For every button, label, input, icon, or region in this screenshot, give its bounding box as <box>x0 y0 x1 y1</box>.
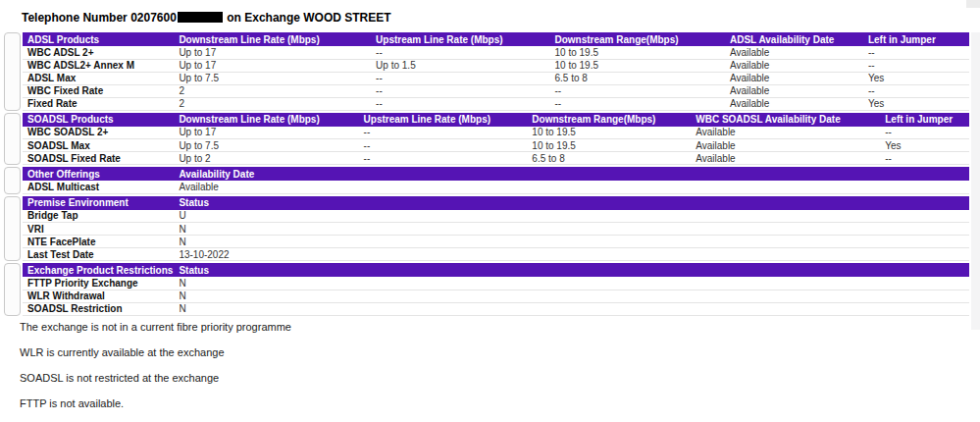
row-value-cell: Yes <box>880 139 969 152</box>
table-row: ADSL MaxUp to 7.5--6.5 to 8AvailableYes <box>23 72 969 84</box>
section-exchange-product-restrictions: Exchange Product RestrictionsStatusFTTP … <box>4 263 969 316</box>
column-header: Downstream Range(Mbps) <box>549 32 725 46</box>
column-header: Upstream Line Rate (Mbps) <box>359 113 528 127</box>
row-value-cell: Available <box>725 59 863 72</box>
adsl-products-table: ADSL ProductsDownstream Line Rate (Mbps)… <box>23 32 969 111</box>
row-value-cell: -- <box>359 139 528 152</box>
row-value-cell: 13-10-2022 <box>174 248 969 261</box>
section-edge-tab <box>4 32 21 111</box>
note-fibre-priority: The exchange is not in a current fibre p… <box>20 321 969 333</box>
column-header: Status <box>174 196 969 210</box>
column-header: Upstream Line Rate (Mbps) <box>371 32 549 46</box>
row-value-cell: Up to 17 <box>174 127 358 139</box>
column-header: Left in Jumper <box>863 32 969 46</box>
section-premise-environment: Premise EnvironmentStatusBridge TapUVRIN… <box>4 196 969 262</box>
row-value-cell: 6.5 to 8 <box>549 72 725 84</box>
row-value-cell: Up to 1.5 <box>371 59 549 72</box>
row-value-cell: -- <box>549 84 725 97</box>
section-adsl-products: ADSL ProductsDownstream Line Rate (Mbps)… <box>4 32 969 111</box>
row-value-cell: -- <box>359 127 528 139</box>
results-panel: ADSL ProductsDownstream Line Rate (Mbps)… <box>0 32 980 409</box>
redaction-block <box>178 12 223 23</box>
row-value-cell: Yes <box>863 72 969 84</box>
table-row: WLR WithdrawalN <box>23 290 969 302</box>
column-header: SOADSL Products <box>23 113 174 127</box>
table-row: NTE FacePlateN <box>23 236 969 248</box>
row-value-cell: N <box>174 223 969 236</box>
row-value-cell: -- <box>863 84 969 97</box>
other-offerings-table: Other OfferingsAvailability DateADSL Mul… <box>23 167 969 194</box>
row-value-cell: Up to 17 <box>174 59 371 72</box>
row-label-cell: WBC ADSL 2+ <box>23 46 174 59</box>
table-row: WBC ADSL 2+Up to 17--10 to 19.5Available… <box>23 46 969 59</box>
row-label-cell: Bridge Tap <box>23 210 174 223</box>
row-value-cell: Available <box>725 97 863 110</box>
column-header: WBC SOADSL Availability Date <box>691 113 880 127</box>
sections-container: ADSL ProductsDownstream Line Rate (Mbps)… <box>4 32 969 316</box>
table-row: WBC Fixed Rate2----Available-- <box>23 84 969 97</box>
table-row: WBC ADSL2+ Annex MUp to 17Up to 1.510 to… <box>23 59 969 72</box>
row-value-cell: Up to 17 <box>174 46 371 59</box>
column-header: Left in Jumper <box>880 113 969 127</box>
table-row: WBC SOADSL 2+Up to 17--10 to 19.5Availab… <box>23 127 969 139</box>
table-row: SOADSL MaxUp to 7.5--10 to 19.5Available… <box>23 139 969 152</box>
row-label-cell: ADSL Max <box>23 72 174 84</box>
row-value-cell: Up to 7.5 <box>174 139 358 152</box>
row-value-cell: 2 <box>174 84 371 97</box>
row-value-cell: -- <box>371 97 549 110</box>
row-value-cell: Available <box>691 152 880 165</box>
row-value-cell: -- <box>371 46 549 59</box>
row-label-cell: SOADSL Restriction <box>23 302 174 315</box>
note-soadsl: SOADSL is not restricted at the exchange <box>20 372 969 384</box>
row-value-cell: Up to 7.5 <box>174 72 371 84</box>
row-value-cell: 10 to 19.5 <box>527 127 691 139</box>
row-value-cell: 6.5 to 8 <box>527 152 691 165</box>
row-value-cell: -- <box>863 59 969 72</box>
section-header-row: Premise EnvironmentStatus <box>23 196 969 210</box>
column-header: ADSL Products <box>23 32 174 46</box>
table-row: SOADSL RestrictionN <box>23 302 969 315</box>
row-value-cell: -- <box>863 46 969 59</box>
title-connector: on Exchange <box>227 11 300 25</box>
section-header-row: ADSL ProductsDownstream Line Rate (Mbps)… <box>23 32 969 46</box>
section-edge-tab <box>4 113 21 166</box>
column-header: Downstream Range(Mbps) <box>527 113 691 127</box>
column-header: Exchange Product Restrictions <box>23 263 174 277</box>
row-label-cell: VRI <box>23 223 174 236</box>
exchange-name: WOOD STREET <box>303 11 390 25</box>
section-header-row: Other OfferingsAvailability Date <box>23 167 969 181</box>
column-header: Other Offerings <box>23 167 174 181</box>
row-label-cell: FTTP Priority Exchange <box>23 277 174 290</box>
table-row: Last Test Date13-10-2022 <box>23 248 969 261</box>
row-value-cell: Available <box>725 84 863 97</box>
row-value-cell: Available <box>725 46 863 59</box>
table-row: Bridge TapU <box>23 210 969 223</box>
row-value-cell: -- <box>371 72 549 84</box>
row-value-cell: Available <box>691 139 880 152</box>
section-header-row: Exchange Product RestrictionsStatus <box>23 263 969 277</box>
table-row: ADSL MulticastAvailable <box>23 181 969 193</box>
column-header: ADSL Availability Date <box>725 32 863 46</box>
row-label-cell: SOADSL Fixed Rate <box>23 152 174 165</box>
row-value-cell: N <box>174 236 969 248</box>
row-value-cell: 2 <box>174 97 371 110</box>
row-value-cell: Available <box>725 72 863 84</box>
row-value-cell: U <box>174 210 969 223</box>
column-header: Downstream Line Rate (Mbps) <box>174 32 371 46</box>
note-fttp: FTTP is not available. <box>20 397 969 409</box>
row-label-cell: WBC ADSL2+ Annex M <box>23 59 174 72</box>
row-value-cell: -- <box>371 84 549 97</box>
column-header: Availability Date <box>174 167 969 181</box>
row-value-cell: N <box>174 290 969 302</box>
row-value-cell: Available <box>174 181 969 193</box>
row-label-cell: NTE FacePlate <box>23 236 174 248</box>
scrollbar-track[interactable] <box>971 32 980 330</box>
exchange-notes: The exchange is not in a current fibre p… <box>20 321 969 409</box>
row-label-cell: Last Test Date <box>23 248 174 261</box>
column-header: Premise Environment <box>23 196 174 210</box>
phone-number: 0207600 <box>130 11 177 25</box>
table-row: Fixed Rate2----AvailableYes <box>23 97 969 110</box>
table-row: VRIN <box>23 223 969 236</box>
section-edge-tab <box>4 263 21 316</box>
scrollbar-top-cap <box>966 0 980 8</box>
